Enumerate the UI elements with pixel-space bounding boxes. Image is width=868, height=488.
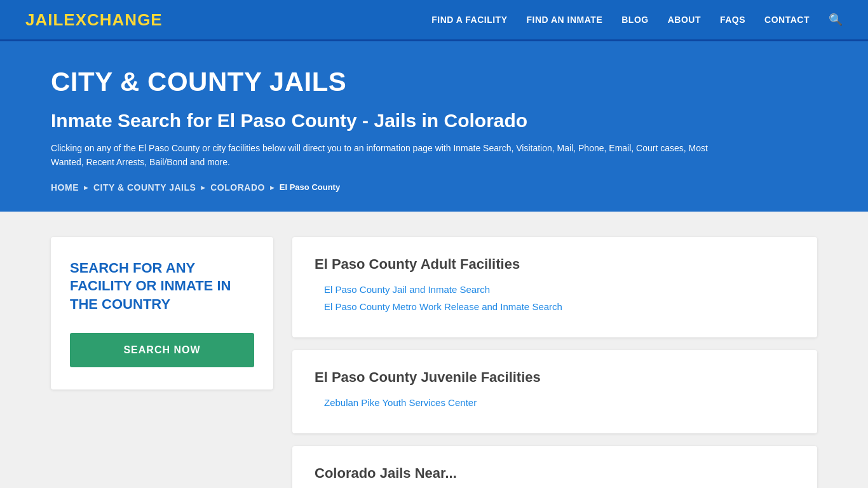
nav-find-facility[interactable]: FIND A FACILITY: [431, 15, 507, 25]
juvenile-facilities-title: El Paso County Juvenile Facilities: [315, 369, 795, 386]
breadcrumb-separator-1: ►: [83, 184, 90, 191]
adult-facilities-card: El Paso County Adult Facilities El Paso …: [292, 237, 817, 337]
search-box: SEARCH FOR ANY FACILITY OR INMATE IN THE…: [51, 237, 273, 390]
nav-find-inmate[interactable]: FIND AN INMATE: [526, 15, 602, 25]
other-facilities-card: Colorado Jails Near...: [292, 446, 817, 488]
nav-contact[interactable]: CONTACT: [764, 15, 810, 25]
facility-link-metro[interactable]: El Paso County Metro Work Release and In…: [315, 301, 795, 312]
main-content: SEARCH FOR ANY FACILITY OR INMATE IN THE…: [0, 212, 868, 488]
breadcrumb-state[interactable]: Colorado: [210, 182, 265, 193]
search-icon[interactable]: 🔍: [829, 13, 843, 27]
juvenile-facilities-card: El Paso County Juvenile Facilities Zebul…: [292, 350, 817, 433]
hero-section: CITY & COUNTY JAILS Inmate Search for El…: [0, 41, 868, 212]
nav-about[interactable]: ABOUT: [668, 15, 701, 25]
other-facilities-title: Colorado Jails Near...: [315, 465, 795, 482]
breadcrumb: Home ► City & County Jails ► Colorado ► …: [51, 182, 817, 193]
nav-blog[interactable]: BLOG: [621, 15, 648, 25]
logo-exchange: EXCHANGE: [64, 10, 162, 29]
facility-link-jail[interactable]: El Paso County Jail and Inmate Search: [315, 284, 795, 295]
breadcrumb-separator-2: ►: [200, 184, 207, 191]
breadcrumb-current: El Paso County: [280, 182, 340, 192]
logo-jail: JAIL: [25, 10, 64, 29]
search-heading: SEARCH FOR ANY FACILITY OR INMATE IN THE…: [70, 259, 254, 314]
hero-description: Clicking on any of the El Paso County or…: [51, 141, 718, 170]
search-now-button[interactable]: SEARCH NOW: [70, 333, 254, 367]
breadcrumb-home[interactable]: Home: [51, 182, 79, 193]
adult-facilities-title: El Paso County Adult Facilities: [315, 256, 795, 273]
breadcrumb-separator-3: ►: [269, 184, 276, 191]
nav-faqs[interactable]: FAQs: [720, 15, 745, 25]
breadcrumb-city-county[interactable]: City & County Jails: [93, 182, 196, 193]
site-header: JAILEXCHANGE FIND A FACILITY FIND AN INM…: [0, 0, 868, 41]
sidebar: SEARCH FOR ANY FACILITY OR INMATE IN THE…: [51, 237, 273, 488]
page-title: CITY & COUNTY JAILS: [51, 67, 817, 97]
page-subtitle: Inmate Search for El Paso County - Jails…: [51, 110, 817, 132]
main-nav: FIND A FACILITY FIND AN INMATE BLOG ABOU…: [431, 13, 843, 27]
facilities-list: El Paso County Adult Facilities El Paso …: [292, 237, 817, 488]
site-logo[interactable]: JAILEXCHANGE: [25, 10, 163, 30]
facility-link-zebulan[interactable]: Zebulan Pike Youth Services Center: [315, 397, 795, 408]
